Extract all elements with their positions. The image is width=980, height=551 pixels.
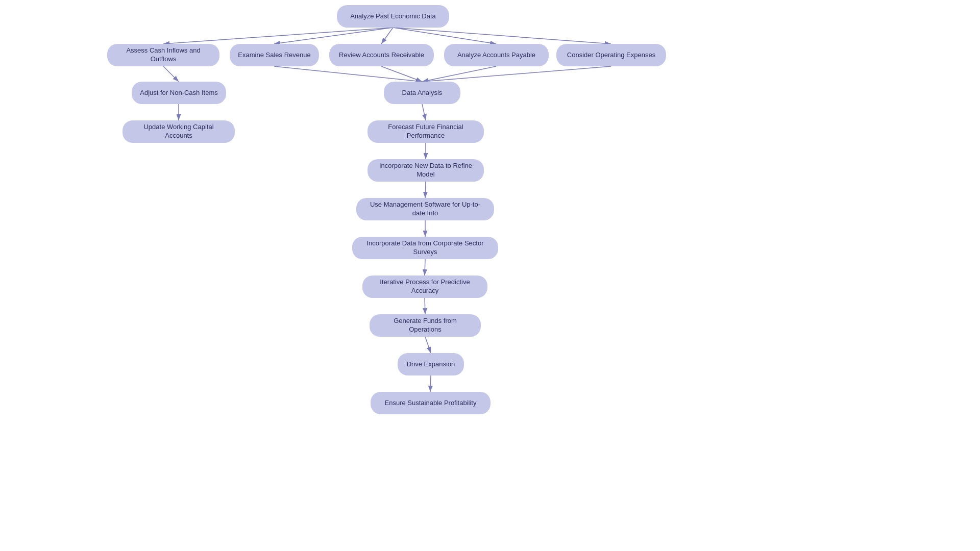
diagram-container: Analyze Past Economic Data Assess Cash I… xyxy=(0,0,980,551)
node-assess-cash: Assess Cash Inflows and Outflows xyxy=(107,44,219,66)
node-review-accounts-rec: Review Accounts Receivable xyxy=(329,44,434,66)
svg-line-10 xyxy=(422,66,496,82)
svg-line-19 xyxy=(430,375,431,392)
node-iterative: Iterative Process for Predictive Accurac… xyxy=(362,276,487,298)
svg-line-12 xyxy=(422,104,426,120)
node-ensure-sustainable: Ensure Sustainable Profitability xyxy=(371,392,491,414)
node-use-mgmt: Use Management Software for Up-to-date I… xyxy=(356,198,494,220)
node-analyze-past: Analyze Past Economic Data xyxy=(337,5,449,28)
svg-line-11 xyxy=(422,66,611,82)
svg-line-14 xyxy=(425,182,426,198)
node-update-working: Update Working Capital Accounts xyxy=(122,120,235,143)
svg-line-18 xyxy=(425,337,431,353)
node-generate-funds: Generate Funds from Operations xyxy=(370,314,481,337)
node-incorporate-new: Incorporate New Data to Refine Model xyxy=(368,159,484,182)
svg-line-2 xyxy=(274,28,393,44)
svg-line-4 xyxy=(393,28,496,44)
node-incorporate-data: Incorporate Data from Corporate Sector S… xyxy=(352,237,498,259)
svg-line-17 xyxy=(425,298,425,314)
node-adjust-noncash: Adjust for Non-Cash Items xyxy=(132,82,226,104)
node-forecast-future: Forecast Future Financial Performance xyxy=(368,120,484,143)
svg-line-1 xyxy=(163,28,393,44)
svg-line-6 xyxy=(163,66,179,82)
svg-line-5 xyxy=(393,28,611,44)
node-analyze-accounts-pay: Analyze Accounts Payable xyxy=(444,44,549,66)
node-drive-expansion: Drive Expansion xyxy=(398,353,464,375)
node-data-analysis: Data Analysis xyxy=(384,82,460,104)
svg-line-3 xyxy=(381,28,393,44)
node-consider-operating: Consider Operating Expenses xyxy=(556,44,666,66)
svg-line-16 xyxy=(425,259,425,276)
node-examine-sales: Examine Sales Revenue xyxy=(230,44,319,66)
svg-line-8 xyxy=(274,66,422,82)
svg-line-9 xyxy=(381,66,422,82)
